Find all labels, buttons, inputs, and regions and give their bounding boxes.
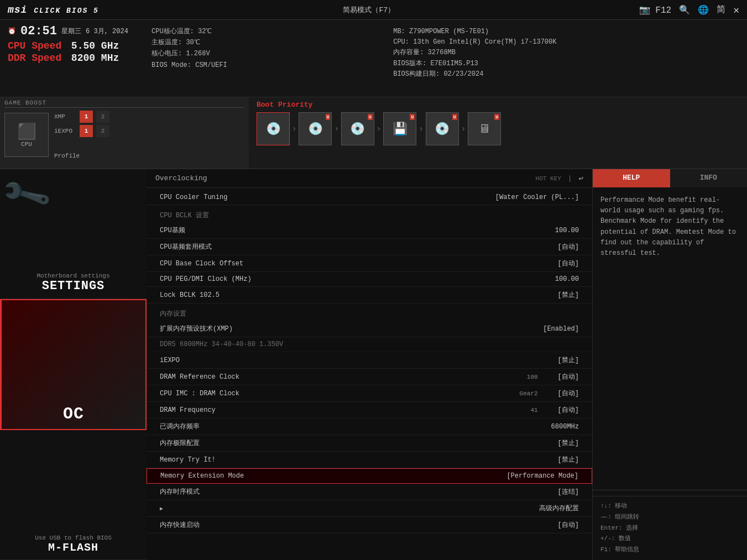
cpu-speed-row: CPU Speed 5.50 GHz [8, 40, 140, 51]
mflash-top-label: Use USB to flash BIOS [35, 535, 112, 541]
boot-arrow-3: › [419, 124, 423, 133]
info-right: MB: Z790MPOWER (MS-7E01) CPU: 13th Gen I… [393, 24, 739, 92]
nav-up-down: ↑↓: 移动 [600, 501, 739, 512]
boot-device-2[interactable]: 💿 U [341, 112, 374, 145]
xmp-btn-2[interactable]: 2 [96, 111, 109, 123]
date: 6 3月, 2024 [86, 27, 128, 36]
camera-icon[interactable]: 📷 F12 [639, 4, 671, 15]
iexpo-btn-2[interactable]: 2 [96, 125, 109, 137]
boot-priority-title: Boot Priority [257, 101, 739, 109]
boot-device-5[interactable]: 🖥 U [468, 112, 501, 145]
sidebar-item-mflash[interactable]: Use USB to flash BIOS M-FLASH [0, 430, 147, 560]
iexpo-label: iEXPO [54, 128, 76, 134]
group-cpu-bclk: CPU BCLK 设置 [147, 205, 592, 222]
bios-version: BIOS版本: E7E01IMS.P13 [393, 59, 739, 69]
help-divider [593, 490, 747, 490]
setting-mem-timing-mode[interactable]: 内存时序模式 [连结] [147, 484, 592, 500]
right-panel-tabs: HELP INFO [593, 169, 747, 187]
setting-cpu-base-clock-offset[interactable]: CPU Base Clock Offset [自动] [147, 255, 592, 272]
iexpo-row: iEXPO 1 2 [54, 125, 109, 137]
mode-label[interactable]: 简易模式（F7） [343, 5, 395, 15]
nav-plus-minus: +/-: 数值 [600, 533, 739, 545]
back-icon[interactable]: ↩ [579, 174, 583, 183]
setting-dram-ref-clock[interactable]: DRAM Reference Clock 100 [自动] [147, 369, 592, 385]
ddr-speed-label: DDR Speed [8, 53, 61, 64]
disk-icon-3: 💾 [393, 122, 408, 137]
cpu-model: CPU: 13th Gen Intel(R) Core(TM) i7-13700… [393, 37, 739, 48]
close-button[interactable]: ✕ [733, 4, 739, 16]
group-memory: 内存设置 [147, 303, 592, 321]
boot-device-4[interactable]: 💿 U [426, 112, 459, 145]
setting-dram-freq[interactable]: DRAM Frequency 41 [自动] [147, 402, 592, 418]
xmp-label: XMP [54, 113, 76, 120]
overclocking-title: Overclocking [155, 174, 207, 182]
boot-device-3[interactable]: 💾 U [383, 112, 416, 145]
usb-badge-4: U [452, 114, 457, 120]
boot-device-0[interactable]: 💿 [257, 112, 290, 145]
expand-arrow-icon: ▶ [160, 505, 163, 512]
setting-cpu-base-freq[interactable]: CPU基频 100.00 [147, 222, 592, 239]
profile-section: XMP 1 2 iEXPO 1 2 Profile [54, 111, 109, 159]
bios-mode: BIOS Mode: CSM/UEFI [152, 60, 382, 71]
boot-arrow-0: › [292, 124, 296, 133]
sidebar-item-settings[interactable]: 🔧 Motherboard settings SETTINGS [0, 169, 147, 299]
setting-cpu-cooler-tuning[interactable]: CPU Cooler Tuning [Water Cooler (PL...] [147, 190, 592, 205]
dram-freq-extra: 41 [530, 407, 537, 414]
lang-label[interactable]: 简 [717, 4, 725, 15]
setting-cpu-base-mode[interactable]: CPU基频套用模式 [自动] [147, 239, 592, 255]
help-footer: ↑↓: 移动 →←: 组间跳转 Enter: 选择 +/-: 数值 F1: 帮助… [593, 496, 747, 560]
bios-date: BIOS构建日期: 02/23/2024 [393, 69, 739, 80]
info-bar: ⏰ 02:51 星期三 6 3月, 2024 CPU Speed 5.50 GH… [0, 20, 747, 97]
xmp-row: XMP 1 2 [54, 111, 109, 123]
cpu-temp: CPU核心温度: 32℃ [152, 27, 382, 37]
setting-advanced-mem-config[interactable]: ▶ 高级内存配置 [147, 500, 592, 517]
core-voltage: 核心电压: 1.268V [152, 49, 382, 59]
wrench-icon: 🔧 [0, 169, 54, 223]
boot-devices: 💿 › 💿 U › 💿 U › 💾 U › 💿 U › [257, 112, 739, 145]
usb-icon-4: 💿 [435, 122, 450, 137]
game-boost-left: GAME BOOST ⬛ CPU XMP 1 2 iEXPO 1 2 Profi… [0, 97, 249, 169]
setting-xmp[interactable]: 扩展内存预设技术(XMP) [Enabled] [147, 321, 592, 337]
setting-memory-try-it[interactable]: Memory Try It! [禁止] [147, 452, 592, 468]
nav-left-right: →←: 组间跳转 [600, 512, 739, 523]
oc-main-label: OC [63, 405, 84, 423]
mb-temp: 主板温度: 30℃ [152, 38, 382, 48]
clock-icon: ⏰ [8, 27, 16, 35]
setting-lock-bclk[interactable]: Lock BCLK 102.5 [禁止] [147, 287, 592, 303]
boot-arrow-2: › [377, 124, 381, 133]
tab-info[interactable]: INFO [670, 169, 748, 187]
globe-icon[interactable]: 🌐 [698, 4, 709, 15]
setting-cpu-imc-dram[interactable]: CPU IMC : DRAM Clock Gear2 [自动] [147, 385, 592, 402]
cpu-label: CPU [21, 141, 32, 148]
setting-mem-extreme[interactable]: 内存极限配置 [禁止] [147, 435, 592, 452]
oc-header-right: HOT KEY | ↩ [536, 174, 583, 183]
time-row: ⏰ 02:51 星期三 6 3月, 2024 [8, 24, 140, 38]
setting-iexpo[interactable]: iEXPO [禁止] [147, 352, 592, 369]
game-boost-title: GAME BOOST [4, 100, 244, 108]
dram-ref-extra: 100 [527, 374, 538, 380]
xmp-btn-1[interactable]: 1 [80, 111, 93, 123]
sidebar: 🔧 Motherboard settings SETTINGS OC Use U… [0, 169, 147, 560]
right-panel: HELP INFO Performance Mode benefit real-… [592, 169, 747, 560]
boot-priority: Boot Priority 💿 › 💿 U › 💿 U › 💾 U › 💿 [249, 97, 747, 169]
setting-cpu-peg-dmi[interactable]: CPU PEG/DMI Clock (MHz) 100.00 [147, 272, 592, 287]
game-boost-bar: GAME BOOST ⬛ CPU XMP 1 2 iEXPO 1 2 Profi… [0, 97, 747, 169]
setting-memory-extension-mode[interactable]: Memory Extension Mode [Performance Mode] [147, 468, 592, 484]
search-icon[interactable]: 🔍 [679, 4, 690, 15]
help-text: Performance Mode benefit real-world usag… [600, 196, 736, 257]
oc-header: Overclocking HOT KEY | ↩ [147, 169, 592, 188]
sidebar-item-oc[interactable]: OC [0, 299, 147, 431]
ddr-speed-value: 8200 MHz [71, 53, 119, 64]
tab-help[interactable]: HELP [593, 169, 670, 187]
mflash-main-label: M-FLASH [48, 541, 98, 554]
cpu-icon-box[interactable]: ⬛ CPU [4, 113, 49, 157]
setting-mem-fast-boot[interactable]: 内存快速启动 [自动] [147, 517, 592, 533]
nav-f1: F1: 帮助信息 [600, 545, 739, 556]
profile-label: Profile [54, 153, 109, 159]
boot-device-1[interactable]: 💿 U [299, 112, 332, 145]
settings-list[interactable]: CPU Cooler Tuning [Water Cooler (PL...] … [147, 188, 592, 560]
help-content: Performance Mode benefit real-world usag… [593, 187, 747, 484]
setting-tuned-mem-freq[interactable]: 已调内存频率 6800MHz [147, 418, 592, 435]
setting-ddr5-profile: DDR5 6800MHz 34-40-40-80 1.350V [147, 337, 592, 352]
iexpo-btn-1[interactable]: 1 [80, 125, 93, 137]
